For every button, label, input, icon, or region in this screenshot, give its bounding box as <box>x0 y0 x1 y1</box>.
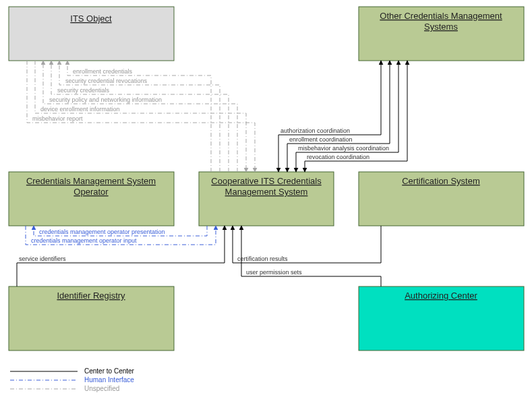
flow-label-auth-coord: authorization coordination <box>280 127 350 134</box>
box-cert-system[interactable]: Certification System <box>359 172 524 226</box>
legend-human: Human Interface <box>84 376 134 384</box>
coop-its-label-2: Management System <box>225 187 308 197</box>
flow-label-cmo-presentation: credentials management operator presenta… <box>39 228 165 235</box>
flow-label-enroll-coord: enrollment coordination <box>289 136 353 143</box>
box-auth-center[interactable]: Authorizing Center <box>359 286 524 350</box>
cert-system-label: Certification System <box>402 176 480 186</box>
box-its-object[interactable]: ITS Object <box>9 7 174 61</box>
flow-label-service-ids: service identifiers <box>19 255 66 262</box>
flow-label-sec-policy-net: security policy and networking informati… <box>49 96 162 103</box>
legend-c2c: Center to Center <box>84 367 135 375</box>
its-object-label: ITS Object <box>70 13 112 24</box>
flow-label-misbehavior-coord: misbehavior analysis coordination <box>298 145 389 152</box>
box-coop-its[interactable]: Cooperative ITS Credentials Management S… <box>199 172 334 226</box>
flow-label-device-enroll: device enrollment information <box>40 106 120 113</box>
flow-label-sec-creds: security credentials <box>57 87 110 94</box>
cms-operator-label-1: Credentials Management System <box>26 176 156 186</box>
flow-label-enrollment-credentials: enrollment credentials <box>73 68 133 75</box>
other-cms-label-2: Systems <box>424 22 458 32</box>
auth-center-label: Authorizing Center <box>405 291 477 301</box>
box-id-registry[interactable]: Identifier Registry <box>9 286 174 350</box>
flow-label-cert-results: certification results <box>237 255 288 262</box>
flow-label-sec-cred-revocations: security credential revocations <box>65 78 148 84</box>
cms-operator-label-2: Operator <box>73 187 109 197</box>
flow-label-misbehavior: misbehavior report <box>32 115 83 122</box>
flow-label-cmo-input: credentials management operator input <box>31 237 137 244</box>
box-cms-operator[interactable]: Credentials Management System Operator <box>9 172 174 226</box>
flow-label-revoc-coord: revocation coordination <box>307 154 370 160</box>
box-other-cms[interactable]: Other Credentials Management Systems <box>359 7 524 61</box>
diagram-canvas: ITS Object Other Credentials Management … <box>0 0 532 397</box>
other-cms-label-1: Other Credentials Management <box>380 11 502 21</box>
legend-unspec: Unspecified <box>84 385 119 392</box>
id-registry-label: Identifier Registry <box>57 291 125 301</box>
coop-its-label-1: Cooperative ITS Credentials <box>211 176 322 186</box>
flow-label-user-perm: user permission sets <box>246 269 302 276</box>
legend: Center to Center Human Interface Unspeci… <box>10 367 135 392</box>
